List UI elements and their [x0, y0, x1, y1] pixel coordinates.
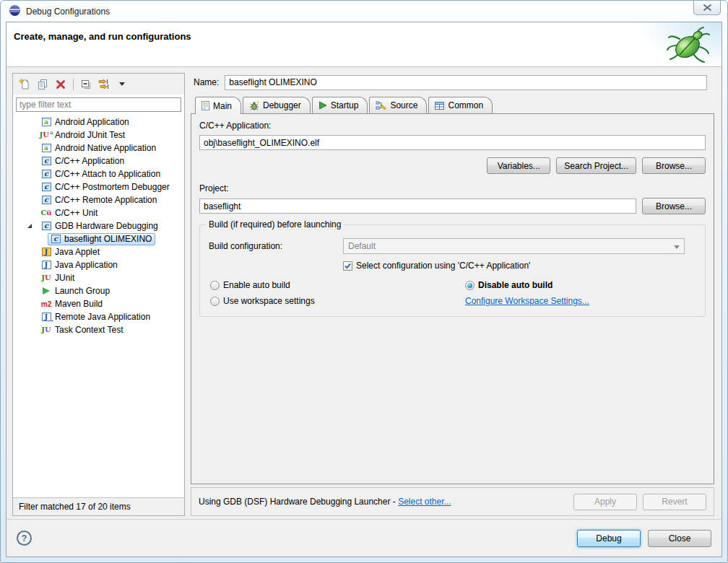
- build-configuration-label: Build configuration:: [209, 241, 343, 251]
- tab-label: Main: [213, 101, 232, 111]
- tree-item-task-context-test[interactable]: JU Task Context Test: [16, 323, 181, 336]
- tree-item-android-native-application[interactable]: a Android Native Application: [16, 141, 181, 154]
- c-application-label: C/C++ Application:: [199, 121, 706, 131]
- tab-source[interactable]: Source: [369, 97, 427, 113]
- use-workspace-settings-radio[interactable]: [210, 297, 220, 306]
- tab-label: Debugger: [263, 100, 301, 110]
- table-icon: [435, 102, 444, 110]
- use-workspace-settings-label[interactable]: Use workspace settings: [223, 296, 315, 306]
- c-application-icon: c: [40, 222, 52, 230]
- window-title: Debug Configurations: [26, 6, 110, 17]
- variables-button[interactable]: Variables...: [487, 157, 550, 174]
- toolbar-separator: [73, 79, 74, 90]
- delete-icon: [56, 79, 66, 90]
- filter-input[interactable]: [16, 97, 181, 112]
- c-application-icon: c: [40, 170, 52, 178]
- enable-auto-build-radio[interactable]: [210, 281, 220, 290]
- tree-item-gdb-hardware-debugging[interactable]: c GDB Hardware Debugging: [16, 219, 181, 232]
- tree-item-label: Launch Group: [55, 286, 110, 296]
- tree-item-c-application[interactable]: c C/C++ Application: [16, 154, 181, 167]
- tree-item-label: C/C++ Remote Application: [55, 195, 157, 205]
- debug-button[interactable]: Debug: [577, 530, 641, 547]
- close-button[interactable]: Close: [648, 530, 711, 547]
- tab-label: Source: [390, 100, 417, 110]
- dialog-button-bar: ? Debug Close: [6, 519, 722, 557]
- tree-item-c-remote[interactable]: c C/C++ Remote Application: [16, 193, 181, 206]
- tree-item-remote-java-application[interactable]: J→ Remote Java Application: [16, 310, 181, 323]
- select-configuration-checkbox-label[interactable]: Select configuration using 'C/C++ Applic…: [356, 261, 530, 271]
- c-application-icon: c: [40, 183, 52, 191]
- build-configuration-select[interactable]: Default: [343, 238, 685, 254]
- build-configuration-value: Default: [348, 241, 376, 251]
- browse-application-button[interactable]: Browse...: [642, 157, 706, 174]
- tree-item-launch-group[interactable]: Launch Group: [16, 284, 181, 297]
- revert-button[interactable]: Revert: [643, 494, 706, 510]
- tree-item-label: GDB Hardware Debugging: [55, 221, 158, 231]
- build-before-launch-group: Build (if required) before launching Bui…: [199, 224, 706, 317]
- help-button[interactable]: ?: [17, 531, 32, 546]
- tree-item-android-application[interactable]: a Android Application: [16, 115, 181, 128]
- disable-auto-build-label[interactable]: Disable auto build: [478, 280, 552, 290]
- tree-item-c-attach[interactable]: c C/C++ Attach to Application: [16, 167, 181, 180]
- c-application-input[interactable]: [199, 135, 706, 150]
- toolbar-menu-button[interactable]: [114, 77, 130, 92]
- run-icon: [318, 101, 327, 110]
- debugger-bug-icon: [249, 101, 259, 110]
- tree-item-label: Android JUnit Test: [55, 130, 125, 140]
- browse-project-button[interactable]: Browse...: [642, 198, 706, 214]
- tree-item-junit[interactable]: JU JUnit: [16, 271, 181, 284]
- android-application-icon: a: [40, 144, 52, 152]
- delete-launch-configuration-button[interactable]: [53, 77, 69, 92]
- content-region: a Android Application JUa Android JUnit …: [12, 73, 716, 516]
- tree-item-maven-build[interactable]: m2 Maven Build: [16, 297, 181, 310]
- configurations-panel: a Android Application JUa Android JUnit …: [12, 73, 185, 516]
- task-context-test-icon: JU: [40, 326, 52, 333]
- tree-item-c-unit[interactable]: Cü C/C++ Unit: [16, 206, 181, 219]
- expanded-caret-icon[interactable]: [27, 224, 32, 228]
- c-application-icon: c: [50, 235, 61, 243]
- filter-status: Filter matched 17 of 20 items: [13, 497, 184, 515]
- tree-item-android-junit-test[interactable]: JUa Android JUnit Test: [16, 128, 181, 141]
- tree-item-baseflight-olimexino[interactable]: c baseflight OLIMEXINO: [16, 232, 181, 245]
- dialog-client-area: Create, manage, and run configurations: [6, 22, 722, 557]
- tree-item-java-application[interactable]: J Java Application: [16, 258, 181, 271]
- tab-startup[interactable]: Startup: [312, 97, 368, 113]
- tab-common[interactable]: Common: [428, 97, 493, 113]
- tab-debugger[interactable]: Debugger: [243, 97, 311, 113]
- duplicate-icon: [37, 79, 48, 90]
- tab-main[interactable]: Main: [195, 97, 241, 114]
- close-window-button[interactable]: [693, 1, 721, 15]
- disable-auto-build-radio[interactable]: [465, 281, 474, 290]
- collapse-all-button[interactable]: [78, 77, 94, 92]
- configure-workspace-settings-link[interactable]: Configure Workspace Settings...: [465, 296, 589, 306]
- configuration-tree: a Android Application JUa Android JUnit …: [16, 115, 181, 336]
- tree-item-java-applet[interactable]: J Java Applet: [16, 245, 181, 258]
- close-icon: [703, 3, 711, 13]
- tree-item-label: Remote Java Application: [55, 312, 150, 322]
- tab-label: Startup: [331, 100, 359, 110]
- c-unit-icon: Cü: [40, 209, 52, 217]
- apply-button[interactable]: Apply: [573, 494, 637, 510]
- select-configuration-checkbox[interactable]: [343, 261, 352, 271]
- bug-image: [665, 25, 711, 66]
- selected-tree-item: c baseflight OLIMEXINO: [48, 233, 155, 245]
- source-tree-pencil-icon: [376, 101, 386, 110]
- tree-item-c-postmortem[interactable]: c C/C++ Postmortem Debugger: [16, 180, 181, 193]
- java-application-icon: J: [40, 261, 52, 269]
- duplicate-launch-configuration-button[interactable]: [35, 77, 51, 92]
- tree-item-label: Android Native Application: [55, 143, 156, 153]
- android-application-icon: a: [40, 118, 52, 126]
- select-other-launcher-link[interactable]: Select other...: [398, 497, 451, 507]
- android-junit-icon: JUa: [40, 131, 52, 139]
- filter-launch-configurations-button[interactable]: [96, 77, 112, 92]
- configuration-form-panel: Name: Main: [191, 73, 716, 516]
- search-project-button[interactable]: Search Project...: [556, 157, 636, 174]
- tree-item-label: C/C++ Postmortem Debugger: [55, 182, 170, 192]
- project-input[interactable]: [199, 198, 636, 214]
- build-group-title: Build (if required) before launching: [206, 219, 344, 230]
- junit-icon: JU: [40, 274, 52, 282]
- titlebar[interactable]: Debug Configurations: [1, 1, 727, 22]
- new-launch-configuration-button[interactable]: [17, 77, 32, 92]
- enable-auto-build-label[interactable]: Enable auto build: [223, 280, 290, 290]
- name-input[interactable]: [225, 75, 707, 90]
